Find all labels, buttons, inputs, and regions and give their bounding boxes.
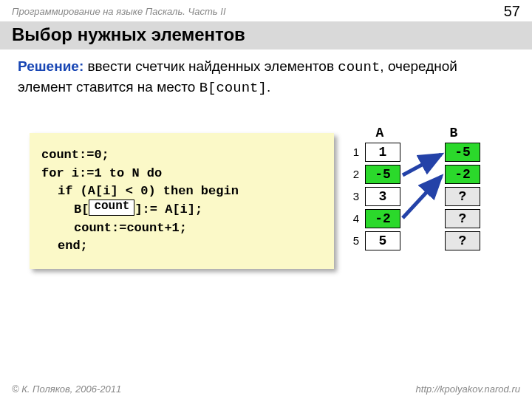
cell-b: -2 xyxy=(445,165,480,184)
cell-b: ? xyxy=(445,187,480,206)
code-line: count:=0; xyxy=(41,146,322,165)
cell-a: -2 xyxy=(365,209,400,228)
solution-text: Решение: ввести счетчик найденных элемен… xyxy=(0,50,532,105)
cell-b: ? xyxy=(445,209,480,228)
page-title: Выбор нужных элементов xyxy=(0,21,532,50)
array-a-label: A xyxy=(365,126,395,140)
url: http://kpolyakov.narod.ru xyxy=(416,383,520,395)
index-label: 4 xyxy=(340,212,359,225)
footer: © К. Поляков, 2006-2011 http://kpolyakov… xyxy=(12,383,520,395)
solution-label: Решение: xyxy=(18,58,83,74)
index-label: 1 xyxy=(340,146,359,158)
code-line: end; xyxy=(41,237,322,256)
cell-a: 5 xyxy=(365,231,400,250)
arrays-diagram: A B 11-5 2-5-2 33? 4-2? 55? xyxy=(340,126,480,251)
code-line: if (A[i] < 0) then begin xyxy=(41,183,322,201)
header-bar: Программирование на языке Паскаль. Часть… xyxy=(0,0,532,20)
array-b-label: B xyxy=(439,126,468,140)
cell-a: -5 xyxy=(365,165,400,184)
code-line: for i:=1 to N do xyxy=(41,165,322,183)
index-label: 3 xyxy=(340,190,359,202)
blank-box: count xyxy=(89,200,134,216)
code-line: count:=count+1; xyxy=(41,219,322,238)
code-block: count:=0; for i:=1 to N do if (A[i] < 0)… xyxy=(30,133,334,269)
cell-b: ? xyxy=(445,231,480,250)
cell-a: 1 xyxy=(365,143,400,162)
cell-a: 3 xyxy=(365,187,400,206)
cell-b: -5 xyxy=(445,143,480,162)
course-title: Программирование на языке Паскаль. Часть… xyxy=(12,6,226,17)
page-number: 57 xyxy=(504,3,520,20)
copyright: © К. Поляков, 2006-2011 xyxy=(12,383,121,395)
code-line: B[count]:= A[i]; xyxy=(41,201,322,219)
index-label: 2 xyxy=(340,168,359,180)
index-label: 5 xyxy=(340,234,359,247)
